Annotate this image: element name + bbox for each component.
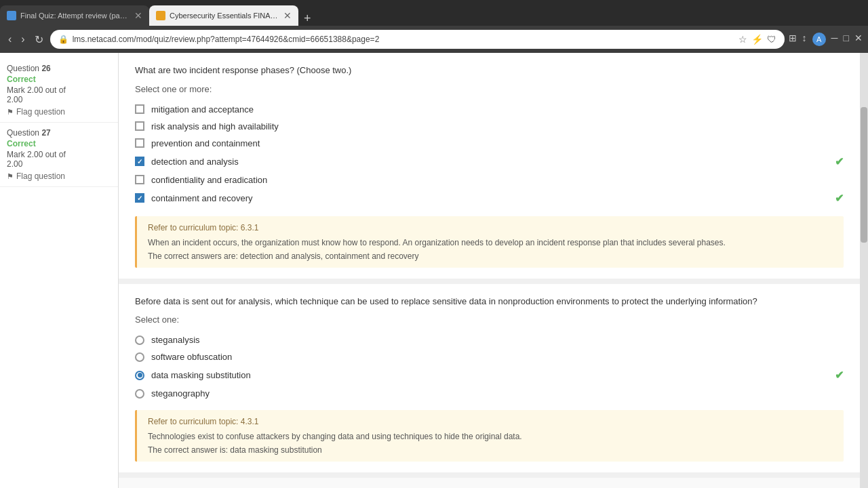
scrollbar-track[interactable]	[860, 53, 868, 488]
q27-flag-icon: ⚑	[7, 172, 14, 181]
q27-feedback-answer: The correct answer is: data masking subs…	[148, 445, 833, 455]
q26-number: 26	[41, 64, 50, 73]
q26-option-2-row: risk analysis and high availability	[135, 118, 844, 135]
q26-flag-label: Flag question	[16, 107, 65, 117]
q26-feedback: Refer to curriculum topic: 6.3.1 When an…	[135, 216, 844, 268]
q27-flag-label: Flag question	[16, 171, 65, 181]
q26-option-1-label: mitigation and acceptance	[151, 104, 254, 115]
q27-label: Question 27	[7, 128, 111, 138]
sync-icon[interactable]: ↕	[802, 33, 807, 46]
q27-option-3-radio[interactable]	[135, 371, 144, 380]
question-27-block: Before data is sent out for analysis, wh…	[119, 284, 860, 479]
q26-flag-icon: ⚑	[7, 108, 14, 117]
tab2-favicon	[156, 11, 165, 20]
q26-option-2-label: risk analysis and high availability	[151, 121, 279, 131]
q26-mark-value: 2.00	[7, 95, 22, 104]
q27-status: Correct	[7, 139, 111, 148]
q27-select-label: Select one:	[135, 314, 844, 325]
q26-option-5-label: confidentiality and eradication	[151, 175, 267, 185]
q26-feedback-answer: The correct answers are: detection and a…	[148, 251, 833, 261]
close-window-button[interactable]: ✕	[854, 33, 863, 46]
q27-option-1-label: steganalysis	[151, 335, 200, 345]
main-layout: Question 26 Correct Mark 2.00 out of 2.0…	[0, 53, 868, 488]
q27-option-4-row: steganography	[135, 385, 844, 402]
q27-number: 27	[41, 128, 50, 138]
maximize-button[interactable]: □	[844, 33, 849, 46]
q26-option-6-label: containment and recovery	[151, 193, 253, 203]
new-tab-button[interactable]: +	[298, 12, 317, 26]
q26-option-3-row: prevention and containment	[135, 135, 844, 152]
address-bar-row: ‹ › ↻ 🔒 lms.netacad.com/mod/quiz/review.…	[0, 26, 868, 53]
tab-bar: Final Quiz: Attempt review (page... ✕ Cy…	[0, 0, 868, 26]
tab-1[interactable]: Final Quiz: Attempt review (page... ✕	[0, 5, 149, 26]
q26-option-3-checkbox[interactable]	[135, 138, 144, 148]
tab-2[interactable]: Cybersecurity Essentials FINAL C... ✕	[149, 5, 298, 26]
scrollbar-thumb[interactable]	[861, 107, 867, 243]
q26-status: Correct	[7, 75, 111, 84]
question-26-block: What are two incident response phases? (…	[119, 53, 860, 284]
q27-option-2-row: software obfuscation	[135, 348, 844, 365]
address-bar-icons: ☆ ⚡ 🛡	[738, 34, 776, 45]
page-content: Question 26 Correct Mark 2.00 out of 2.0…	[0, 53, 868, 488]
sidebar-q27-block: Question 27 Correct Mark 2.00 out of 2.0…	[0, 123, 118, 187]
extension-icon[interactable]: ⚡	[751, 34, 763, 45]
q26-select-label: Select one or more:	[135, 84, 844, 94]
q26-option-4-checkbox[interactable]	[135, 157, 144, 166]
tab1-close[interactable]: ✕	[134, 10, 142, 21]
q26-option-2-checkbox[interactable]	[135, 121, 144, 131]
q27-option-4-label: steganography	[151, 388, 210, 399]
q26-option-6-row: containment and recovery ✔	[135, 188, 844, 208]
q26-option-5-checkbox[interactable]	[135, 175, 144, 184]
tab2-title: Cybersecurity Essentials FINAL C...	[170, 12, 279, 20]
q26-option-5-row: confidentiality and eradication	[135, 171, 844, 188]
q27-option-3-row: data masking substitution ✔	[135, 365, 844, 385]
q27-feedback: Refer to curriculum topic: 4.3.1 Technol…	[135, 410, 844, 462]
minimize-button[interactable]: ─	[831, 33, 838, 46]
address-text: lms.netacad.com/mod/quiz/review.php?atte…	[73, 35, 734, 44]
q27-feedback-topic: Refer to curriculum topic: 4.3.1	[148, 417, 833, 426]
forward-button[interactable]: ›	[18, 30, 27, 48]
q27-question-text: Before data is sent out for analysis, wh…	[135, 295, 844, 308]
q26-option-4-label: detection and analysis	[151, 157, 239, 167]
sidebar: Question 26 Correct Mark 2.00 out of 2.0…	[0, 53, 119, 488]
q27-label-text: Question	[7, 128, 39, 138]
q27-option-2-label: software obfuscation	[151, 352, 232, 362]
browser-actions: ⊞ ↕ A ─ □ ✕	[789, 33, 863, 46]
q27-option-1-row: steganalysis	[135, 331, 844, 348]
q26-question-text: What are two incident response phases? (…	[135, 64, 844, 77]
q27-mark-label: Mark 2.00 out of	[7, 150, 66, 159]
tab1-title: Final Quiz: Attempt review (page...	[20, 12, 130, 20]
shield-icon[interactable]: 🛡	[767, 34, 776, 45]
q26-flag-question[interactable]: ⚑ Flag question	[7, 107, 111, 117]
tab1-favicon	[7, 11, 16, 20]
lock-icon: 🔒	[58, 35, 68, 44]
address-bar[interactable]: 🔒 lms.netacad.com/mod/quiz/review.php?at…	[50, 30, 785, 49]
q27-option-4-radio[interactable]	[135, 389, 144, 399]
q27-option-2-radio[interactable]	[135, 352, 144, 362]
q26-label-text: Question	[7, 64, 39, 73]
q26-option-6-checkbox[interactable]	[135, 193, 144, 203]
q27-option-1-radio[interactable]	[135, 336, 144, 345]
reload-button[interactable]: ↻	[32, 30, 46, 49]
q26-option-1-row: mitigation and acceptance	[135, 101, 844, 118]
q26-option-3-label: prevention and containment	[151, 138, 260, 148]
q27-option-3-label: data masking substitution	[151, 370, 251, 380]
back-button[interactable]: ‹	[5, 30, 14, 48]
q26-option-6-correct-icon: ✔	[835, 192, 844, 205]
q27-feedback-text1: Technologies exist to confuse attackers …	[148, 430, 833, 443]
sidebar-q26-block: Question 26 Correct Mark 2.00 out of 2.0…	[0, 58, 118, 123]
q27-flag-question[interactable]: ⚑ Flag question	[7, 171, 111, 181]
tab2-close[interactable]: ✕	[283, 10, 292, 21]
q27-mark-value: 2.00	[7, 159, 22, 169]
q27-mark: Mark 2.00 out of 2.00	[7, 150, 111, 169]
q26-mark-label: Mark 2.00 out of	[7, 85, 66, 95]
q26-option-4-row: detection and analysis ✔	[135, 152, 844, 171]
extensions-button[interactable]: ⊞	[789, 33, 797, 46]
profile-button[interactable]: A	[812, 33, 826, 46]
browser-window: Final Quiz: Attempt review (page... ✕ Cy…	[0, 0, 868, 488]
q26-label: Question 26	[7, 64, 111, 73]
q27-option-3-correct-icon: ✔	[835, 369, 844, 382]
q26-option-1-checkbox[interactable]	[135, 104, 144, 114]
q26-feedback-text1: When an incident occurs, the organizatio…	[148, 237, 833, 249]
bookmark-icon[interactable]: ☆	[738, 34, 747, 45]
